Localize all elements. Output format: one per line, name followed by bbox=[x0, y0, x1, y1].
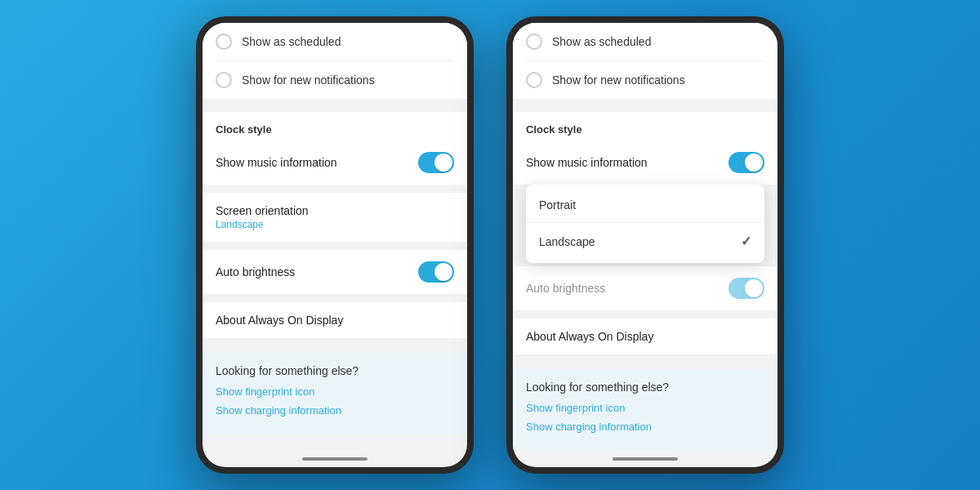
right-radio-section: Show as scheduled Show for new notificat… bbox=[513, 23, 777, 99]
left-clock-section: Clock style Show music information bbox=[203, 112, 467, 185]
left-brightness-label: Auto brightness bbox=[216, 265, 295, 278]
right-home-bar bbox=[612, 457, 678, 461]
right-settings-list: Show as scheduled Show for new notificat… bbox=[513, 23, 777, 467]
right-music-label: Show music information bbox=[526, 156, 648, 169]
dropdown-landscape-label: Landscape bbox=[539, 235, 595, 248]
dropdown-portrait-item[interactable]: Portrait bbox=[526, 188, 764, 222]
left-divider-2 bbox=[203, 186, 467, 193]
left-settings-list: Show as scheduled Show for new notificat… bbox=[203, 23, 467, 467]
right-radio-scheduled[interactable]: Show as scheduled bbox=[526, 23, 764, 61]
left-orientation-row[interactable]: Screen orientation Landscape bbox=[203, 193, 467, 242]
dropdown-landscape-item[interactable]: Landscape ✓ bbox=[526, 222, 764, 260]
right-music-row[interactable]: Show music information bbox=[513, 140, 777, 185]
right-about-row[interactable]: About Always On Display bbox=[513, 318, 777, 354]
left-radio-scheduled[interactable]: Show as scheduled bbox=[216, 23, 454, 61]
right-charging-link[interactable]: Show charging information bbox=[526, 421, 764, 433]
left-clock-header: Clock style bbox=[203, 112, 467, 140]
left-looking-section: Looking for something else? Show fingerp… bbox=[203, 353, 467, 434]
left-music-row[interactable]: Show music information bbox=[203, 140, 467, 185]
left-looking-title: Looking for something else? bbox=[216, 364, 454, 377]
left-orientation-section: Screen orientation Landscape bbox=[203, 193, 467, 242]
dropdown-portrait-label: Portrait bbox=[539, 198, 576, 212]
right-radio-circle-notifications[interactable] bbox=[526, 72, 542, 88]
right-brightness-label: Auto brightness bbox=[526, 282, 605, 295]
left-home-bar bbox=[302, 457, 368, 461]
left-divider-4 bbox=[203, 296, 467, 302]
right-divider-5 bbox=[513, 356, 777, 363]
right-about-section: About Always On Display bbox=[513, 318, 777, 354]
left-radio-circle-notifications[interactable] bbox=[216, 72, 232, 88]
right-radio-circle-scheduled[interactable] bbox=[526, 33, 542, 50]
left-music-toggle[interactable] bbox=[418, 152, 454, 173]
right-radio-new-notifications[interactable]: Show for new notifications bbox=[526, 61, 764, 99]
right-brightness-section: Auto brightness bbox=[513, 266, 777, 310]
left-about-row[interactable]: About Always On Display bbox=[203, 302, 467, 338]
right-music-toggle[interactable] bbox=[728, 152, 764, 173]
left-brightness-row[interactable]: Auto brightness bbox=[203, 250, 467, 294]
left-charging-link[interactable]: Show charging information bbox=[216, 404, 454, 416]
left-divider-3 bbox=[203, 243, 467, 250]
left-brightness-toggle[interactable] bbox=[418, 261, 454, 283]
right-clock-header: Clock style bbox=[513, 112, 777, 140]
left-radio-section: Show as scheduled Show for new notificat… bbox=[203, 23, 467, 99]
left-screen: Show as scheduled Show for new notificat… bbox=[203, 23, 467, 467]
right-radio-notifications-label: Show for new notifications bbox=[552, 74, 685, 87]
left-radio-circle-scheduled[interactable] bbox=[216, 33, 232, 50]
left-divider-5 bbox=[203, 340, 467, 346]
left-radio-scheduled-label: Show as scheduled bbox=[242, 35, 341, 48]
left-fingerprint-link[interactable]: Show fingerprint icon bbox=[216, 385, 454, 398]
left-about-section: About Always On Display bbox=[203, 302, 467, 338]
left-orientation-left: Screen orientation Landscape bbox=[216, 204, 309, 230]
right-looking-section: Looking for something else? Show fingerp… bbox=[513, 369, 777, 451]
left-divider-1 bbox=[203, 105, 467, 112]
left-radio-new-notifications[interactable]: Show for new notifications bbox=[216, 61, 454, 99]
left-orientation-label: Screen orientation bbox=[216, 204, 309, 217]
right-about-label: About Always On Display bbox=[526, 330, 653, 343]
left-music-label: Show music information bbox=[216, 156, 337, 169]
right-fingerprint-link[interactable]: Show fingerprint icon bbox=[526, 402, 764, 414]
left-about-label: About Always On Display bbox=[216, 314, 343, 327]
right-phone: Show as scheduled Show for new notificat… bbox=[506, 16, 784, 474]
orientation-dropdown[interactable]: Portrait Landscape ✓ bbox=[526, 185, 764, 263]
right-clock-section: Clock style Show music information bbox=[513, 112, 777, 185]
right-brightness-toggle[interactable] bbox=[728, 278, 764, 299]
left-phone: Show as scheduled Show for new notificat… bbox=[196, 16, 474, 474]
right-brightness-row[interactable]: Auto brightness bbox=[513, 266, 777, 310]
right-radio-scheduled-label: Show as scheduled bbox=[552, 35, 651, 48]
right-divider-1 bbox=[513, 105, 777, 112]
right-divider-4 bbox=[513, 312, 777, 318]
right-screen: Show as scheduled Show for new notificat… bbox=[513, 23, 777, 467]
dropdown-checkmark-icon: ✓ bbox=[741, 234, 751, 249]
left-brightness-section: Auto brightness bbox=[203, 250, 467, 294]
right-looking-title: Looking for something else? bbox=[526, 381, 764, 394]
left-orientation-value: Landscape bbox=[216, 219, 309, 230]
left-radio-notifications-label: Show for new notifications bbox=[242, 74, 375, 87]
